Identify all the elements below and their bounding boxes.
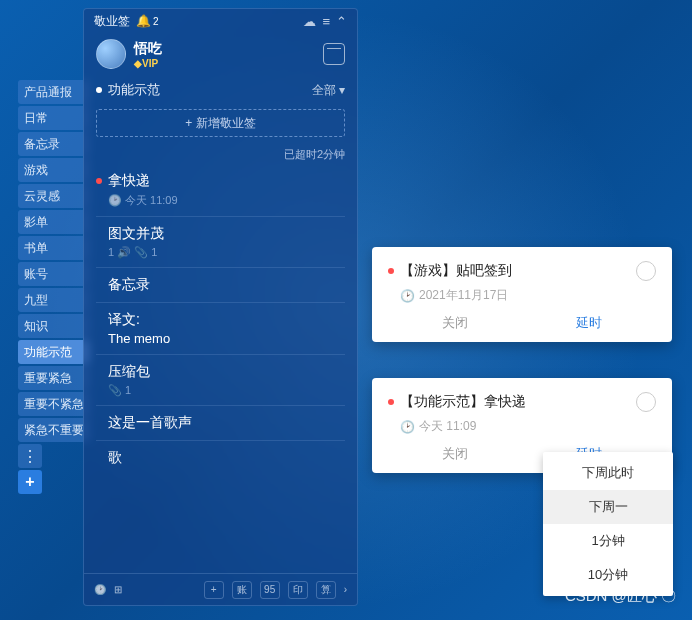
reminder-close-button[interactable]: 关闭	[442, 445, 468, 463]
footer-95-button[interactable]: 95	[260, 581, 280, 599]
sidebar-tag[interactable]: 功能示范	[18, 340, 90, 364]
note-item[interactable]: 这是一首歌声	[96, 405, 345, 440]
bell-badge: 2	[153, 16, 159, 27]
overdue-label: 已超时2分钟	[84, 143, 357, 164]
sidebar-tag[interactable]: 备忘录	[18, 132, 90, 156]
dropdown-item[interactable]: 下周此时	[543, 456, 673, 490]
complete-checkbox[interactable]	[636, 392, 656, 412]
complete-checkbox[interactable]	[636, 261, 656, 281]
watermark: CSDN @匠心 〇	[565, 587, 676, 606]
sidebar-add-tag[interactable]: +	[18, 470, 42, 494]
sidebar-tag[interactable]: 紧急不重要	[18, 418, 90, 442]
grid-icon[interactable]: ⊞	[114, 581, 122, 599]
note-subtext: 1 🔊 📎 1	[108, 246, 345, 259]
note-panel: 敬业签 🔔2 ☁ ≡ ⌃ 悟吃 ◆VIP 功能示范 全部 ▾ + 新增敬业签 已…	[83, 8, 358, 606]
reminder-title: 【功能示范】拿快递	[400, 393, 526, 411]
sidebar-tag-list: 产品通报 日常 备忘录 游戏 云灵感 影单 书单 账号 九型 知识 功能示范 重…	[18, 80, 90, 494]
sidebar-tag[interactable]: 日常	[18, 106, 90, 130]
panel-footer: 🕑 ⊞ + 账 95 印 算 ›	[84, 573, 357, 605]
sidebar-tag[interactable]: 产品通报	[18, 80, 90, 104]
delay-dropdown: 下周此时 下周一 1分钟 10分钟	[543, 452, 673, 596]
sidebar-tag[interactable]: 游戏	[18, 158, 90, 182]
avatar[interactable]	[96, 39, 126, 69]
note-item[interactable]: 图文并茂 1 🔊 📎 1	[96, 216, 345, 267]
reminder-close-button[interactable]: 关闭	[442, 314, 468, 332]
add-note-button[interactable]: + 新增敬业签	[96, 109, 345, 137]
note-item[interactable]: 压缩包 📎 1	[96, 354, 345, 405]
priority-dot-icon	[96, 178, 102, 184]
dropdown-item[interactable]: 下周一	[543, 490, 673, 524]
note-subtext: 🕑 今天 11:09	[108, 193, 345, 208]
sidebar-tag[interactable]: 知识	[18, 314, 90, 338]
sidebar-tag[interactable]: 书单	[18, 236, 90, 260]
sidebar-more[interactable]: ⋮	[18, 444, 42, 468]
note-item[interactable]: 拿快递 🕑 今天 11:09	[96, 164, 345, 216]
footer-calc-button[interactable]: 算	[316, 581, 336, 599]
footer-print-button[interactable]: 印	[288, 581, 308, 599]
bell-icon[interactable]: 🔔2	[136, 14, 159, 28]
reminder-time: 🕑 今天 11:09	[400, 418, 656, 435]
priority-dot-icon	[388, 399, 394, 405]
reminder-time: 🕑 2021年11月17日	[400, 287, 656, 304]
user-name: 悟吃	[134, 40, 162, 58]
calendar-icon[interactable]	[323, 43, 345, 65]
history-icon[interactable]: 🕑	[94, 581, 106, 599]
note-item[interactable]: 歌	[96, 440, 345, 475]
note-subtext: 📎 1	[108, 384, 345, 397]
footer-add-button[interactable]: +	[204, 581, 224, 599]
reminder-delay-button[interactable]: 延时	[576, 314, 602, 332]
sidebar-tag[interactable]: 重要紧急	[18, 366, 90, 390]
collapse-icon[interactable]: ⌃	[336, 14, 347, 29]
dropdown-item[interactable]: 1分钟	[543, 524, 673, 558]
footer-account-button[interactable]: 账	[232, 581, 252, 599]
reminder-card: 【游戏】贴吧签到 🕑 2021年11月17日 关闭 延时	[372, 247, 672, 342]
note-item[interactable]: 译文: The memo	[96, 302, 345, 354]
note-translation: The memo	[108, 331, 345, 346]
dot-icon	[96, 87, 102, 93]
menu-icon[interactable]: ≡	[322, 14, 330, 29]
cloud-icon[interactable]: ☁	[303, 14, 316, 29]
category-filter[interactable]: 全部 ▾	[312, 82, 345, 99]
app-title: 敬业签	[94, 13, 130, 30]
sidebar-tag[interactable]: 账号	[18, 262, 90, 286]
sidebar-tag[interactable]: 九型	[18, 288, 90, 312]
chevron-right-icon[interactable]: ›	[344, 581, 347, 599]
vip-badge: ◆VIP	[134, 58, 162, 69]
sidebar-tag[interactable]: 云灵感	[18, 184, 90, 208]
sidebar-tag[interactable]: 影单	[18, 210, 90, 234]
note-list: 拿快递 🕑 今天 11:09 图文并茂 1 🔊 📎 1 备忘录 译文: The …	[84, 164, 357, 573]
reminder-title: 【游戏】贴吧签到	[400, 262, 512, 280]
note-item[interactable]: 备忘录	[96, 267, 345, 302]
sidebar-tag[interactable]: 重要不紧急	[18, 392, 90, 416]
priority-dot-icon	[388, 268, 394, 274]
category-name: 功能示范	[108, 81, 160, 99]
